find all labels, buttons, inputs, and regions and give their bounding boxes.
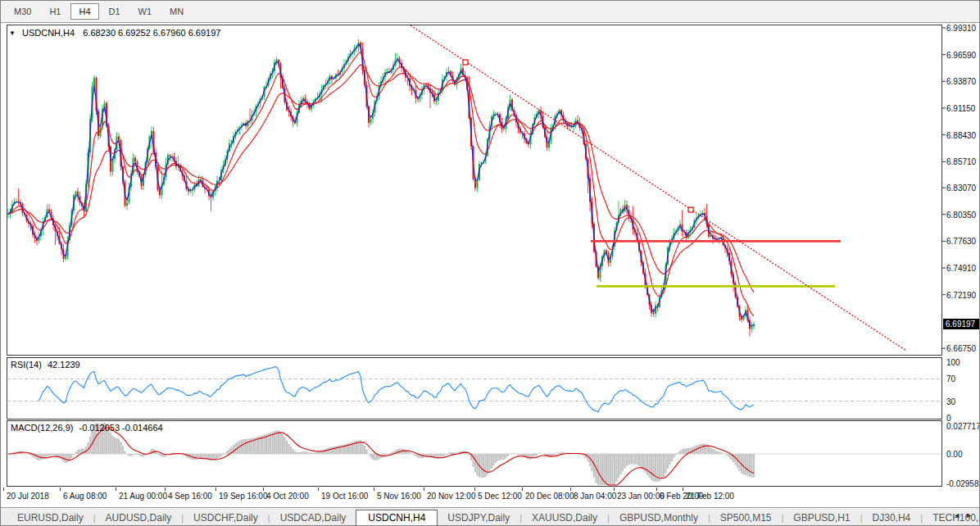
price-axis-label: 6.74910 [946,264,976,273]
date-tick-mark [424,487,424,491]
price-axis-label: 6.77630 [946,237,976,246]
date-tick-mark [216,487,216,491]
candlestick-chart[interactable] [1,24,980,356]
date-axis-label: 5 Dec 12:00 [478,492,522,501]
chart-tab-dj30-h4[interactable]: DJ30,H4 [863,510,921,525]
macd-axis-label: 0.027717 [946,422,980,431]
chart-tab-bar: EURUSD,Daily|AUDUSD,Daily|USDCHF,Daily|U… [1,507,980,526]
price-axis-label: 6.91150 [946,104,975,113]
tab-scroll-right-icon[interactable]: ► [965,511,978,519]
timeframe-button-h4[interactable]: H4 [70,3,98,20]
macd-label: MACD(12,26,9) -0.012053 -0.014664 [11,423,163,433]
terminal-window: M30H1H4D1W1MN ▼ USDCNH,H4 6.68230 6.6925… [0,0,980,526]
date-tick-mark [474,487,475,491]
timeframe-button-mn[interactable]: MN [161,3,192,20]
main-plot-frame [7,25,942,356]
chart-title: ▼ USDCNH,H4 6.68230 6.69252 6.67960 6.69… [9,28,220,38]
date-axis-label: 20 Jul 2018 [7,492,49,501]
date-tick-mark [60,487,61,491]
chart-tab-usdcad-daily[interactable]: USDCAD,Daily [270,510,356,525]
price-axis-label: 6.85710 [946,157,976,166]
date-tick-mark [683,487,683,491]
date-tick-mark [522,487,523,491]
timeframe-button-h1[interactable]: H1 [41,3,69,20]
date-tick-mark [165,487,166,491]
current-price-tag: 6.69197 [943,319,980,329]
chart-tab-xauusd-daily[interactable]: XAUUSD,Daily [522,510,607,525]
tab-scroll-left-icon[interactable]: ◄ [953,511,965,519]
chart-tab-gbpusd-h1[interactable]: GBPUSD,H1 [783,510,860,525]
rsi-label: RSI(14) 42.1239 [11,360,80,370]
date-axis-label: 4 Sep 16:00 [168,492,212,501]
date-tick-mark [3,487,4,491]
date-tick-mark [318,487,319,491]
price-axis-label: 6.72190 [946,291,976,300]
date-axis-label: 4 Oct 20:00 [266,492,309,501]
timeframe-button-w1[interactable]: W1 [130,3,161,20]
rsi-axis-label: 30 [946,397,955,406]
price-axis-label: 6.83070 [946,184,976,193]
chart-tab-sp500-m15[interactable]: SP500,M15 [710,510,782,525]
date-axis-label: 21 Aug 00:00 [119,492,167,501]
chart-tab-usdcnh-h4[interactable]: USDCNH,H4 [356,510,438,526]
chart-tab-usdchf-daily[interactable]: USDCHF,Daily [184,510,268,525]
date-axis-label: 8 Jan 04:00 [574,492,616,501]
rsi-plot-frame [7,358,942,419]
macd-axis-label: 0.00 [946,450,962,459]
date-axis-label: 19 Sep 16:00 [219,492,268,501]
price-axis-label: 6.96590 [946,51,976,60]
date-axis-label: 19 Oct 16:00 [321,492,368,501]
price-axis-label: 6.88430 [946,131,976,140]
chart-ohlc-values: 6.68230 6.69252 6.67960 6.69197 [83,28,220,38]
date-tick-mark [614,487,615,491]
chart-tab-eurusd-daily[interactable]: EURUSD,Daily [7,510,93,525]
rsi-plot[interactable] [1,357,980,419]
date-tick-mark [116,487,116,491]
chart-tab-audusd-daily[interactable]: AUDUSD,Daily [96,510,182,525]
chart-symbol-label: USDCNH,H4 [22,28,75,38]
rsi-axis-label: 100 [946,358,960,367]
date-tick-mark [570,487,571,491]
chart-tab-gbpusd-monthly[interactable]: GBPUSD,Monthly [610,510,708,525]
date-axis-label: 23 Jan 00:00 [617,492,665,501]
timeframe-toolbar: M30H1H4D1W1MN [1,1,980,23]
tab-scroll-arrows: ◄► [953,511,978,519]
collapse-triangle-icon[interactable]: ▼ [9,29,16,37]
macd-indicator-panel[interactable]: MACD(12,26,9) -0.012053 -0.014664 0.0277… [1,420,980,487]
chart-tab-usdjpy-daily[interactable]: USDJPY,Daily [438,510,519,525]
timeframe-button-d1[interactable]: D1 [101,3,129,20]
date-tick-mark [263,487,264,491]
date-axis-label: 6 Aug 08:00 [63,492,107,501]
main-chart-panel[interactable]: ▼ USDCNH,H4 6.68230 6.69252 6.67960 6.69… [1,24,980,356]
rsi-indicator-panel[interactable]: RSI(14) 42.1239 10070300 [1,357,980,419]
timeframe-button-m30[interactable]: M30 [6,3,39,20]
date-axis-label: 20 Nov 12:00 [427,492,476,501]
trendline-handle-2[interactable] [688,207,693,212]
date-axis-label: 20 Dec 08:00 [525,492,574,501]
date-axis-label: 5 Nov 16:00 [377,492,421,501]
trendline-handle-1[interactable] [463,60,468,65]
date-axis: 20 Jul 20186 Aug 08:0021 Aug 00:004 Sep … [1,487,980,507]
price-axis-label: 6.99310 [946,24,976,33]
date-tick-mark [656,487,657,491]
price-axis-label: 6.66750 [946,344,976,353]
price-axis-label: 6.80350 [946,211,976,220]
date-tick-mark [374,487,374,491]
rsi-axis-label: 70 [946,374,955,383]
price-axis-label: 6.93870 [946,77,976,86]
date-axis-label: 21 Feb 12:00 [686,492,734,501]
